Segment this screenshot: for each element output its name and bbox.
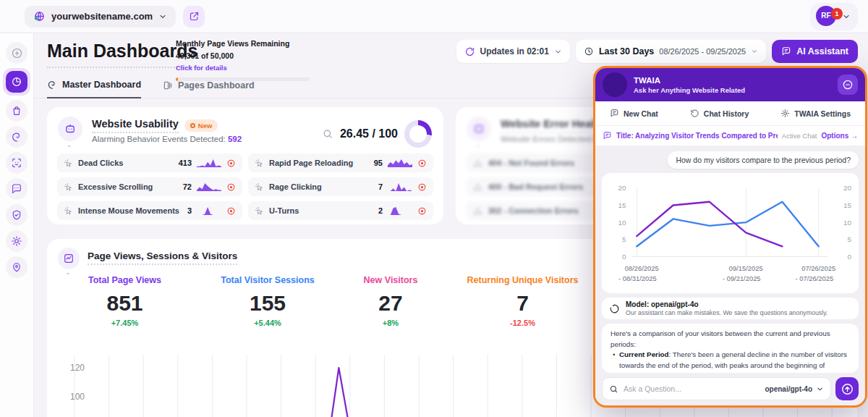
sidebar-item-recordings[interactable]	[6, 152, 27, 174]
stat-value: 27	[340, 291, 441, 316]
usability-subtitle-value: 592	[228, 135, 242, 143]
sidebar-item-dashboard[interactable]	[3, 68, 30, 96]
collapse-caret-icon[interactable]: ⌄	[65, 269, 71, 276]
metric-row[interactable]: Rage Clicking 7	[248, 177, 433, 196]
usability-title: Website Usability	[92, 118, 179, 133]
question-input-box: openai/gpt-4o	[602, 377, 831, 400]
error-subtitle-text: Website Errors Detected	[501, 135, 591, 143]
pages-icon	[163, 80, 173, 90]
period-range: 08/26/2025 - 09/25/2025	[659, 47, 746, 56]
error-row-label: 302 - Connection Errors	[488, 206, 579, 215]
usage-details-link[interactable]: Click for details	[176, 64, 227, 72]
gear-icon	[780, 109, 790, 118]
sidebar-item-add[interactable]	[6, 42, 27, 64]
minus-circle-icon	[842, 79, 854, 90]
tab-twaia-settings-label: TWAIA Settings	[794, 109, 851, 118]
tab-new-chat[interactable]: New Chat	[610, 109, 658, 118]
model-selector[interactable]: openai/gpt-4o	[765, 385, 824, 393]
magnifier-icon[interactable]	[322, 128, 333, 140]
map-pin-icon	[11, 261, 22, 273]
sparkline-chart	[388, 158, 412, 168]
metric-row[interactable]: Excessive Scrolling 72	[57, 177, 242, 196]
sidebar-item-security[interactable]	[6, 204, 27, 226]
svg-text:0: 0	[622, 253, 626, 261]
send-button[interactable]	[835, 377, 859, 400]
updates-label: Updates in 02:01	[480, 46, 549, 56]
svg-text:08/26/2025: 08/26/2025	[625, 265, 659, 272]
svg-text:20: 20	[618, 184, 626, 192]
notification-badge: 1	[831, 8, 843, 20]
sidebar-item-products[interactable]	[6, 100, 27, 122]
sidebar-item-chat[interactable]	[6, 178, 27, 200]
pageviews-title: Page Views, Sessions & Visitors	[88, 250, 237, 265]
gear-icon	[11, 235, 22, 247]
metric-row[interactable]: Dead Clicks 413	[57, 153, 242, 172]
chevron-down-icon	[842, 12, 851, 21]
metric-row[interactable]: U-Turns 2	[248, 201, 433, 220]
cursor-click-icon	[64, 159, 73, 168]
tab-chat-history[interactable]: Chat History	[690, 109, 749, 118]
metric-value: 2	[378, 206, 383, 215]
sidebar	[0, 33, 34, 417]
website-name: yourwebsitename.com	[51, 11, 153, 22]
metric-value: 72	[183, 182, 192, 191]
chat-options-link[interactable]: Options →	[821, 132, 858, 140]
record-status-icon	[226, 206, 236, 216]
svg-text:07/26/2025: 07/26/2025	[801, 265, 835, 272]
question-input[interactable]	[624, 384, 760, 393]
header-controls: Updates in 02:01 Last 30 Days 08/26/2025…	[456, 40, 858, 63]
svg-text:15: 15	[843, 201, 851, 209]
tab-chat-history-label: Chat History	[704, 109, 749, 118]
arrow-up-circle-icon	[841, 382, 854, 396]
assistant-response: Here's a comparison of your visitors bet…	[602, 324, 859, 373]
sidebar-item-sessions[interactable]	[6, 126, 27, 148]
sidebar-item-settings[interactable]	[6, 230, 27, 252]
date-range-picker[interactable]: Last 30 Days 08/26/2025 - 09/25/2025	[576, 40, 766, 63]
tab-twaia-settings[interactable]: TWAIA Settings	[780, 109, 851, 118]
alert-triangle-icon	[473, 159, 482, 168]
metric-value: 7	[378, 182, 383, 191]
search-icon	[609, 384, 618, 394]
tab-pages-label: Pages Dashboard	[178, 80, 255, 90]
stat-label: Total Page Views	[72, 275, 177, 285]
sparkline-chart	[197, 158, 221, 168]
usage-label: Monthly Page Views Remaining	[176, 39, 289, 48]
tab-new-chat-label: New Chat	[624, 109, 658, 118]
new-badge-label: New	[198, 122, 213, 130]
tab-master-dashboard[interactable]: Master Dashboard	[47, 80, 141, 98]
chat-title-icon	[603, 131, 612, 140]
stat-delta: +8%	[340, 319, 441, 327]
stat-label: Returning Unique Visitors	[448, 275, 597, 285]
metric-row[interactable]: Rapid Page Reloading 95	[248, 153, 433, 172]
svg-text:20: 20	[843, 184, 851, 192]
sparkline-chart	[388, 182, 412, 192]
sparkline-chart	[388, 206, 412, 216]
minimize-button[interactable]	[838, 75, 858, 95]
metric-label: Rage Clicking	[269, 182, 373, 191]
circle-plus-icon	[11, 47, 23, 59]
account-menu[interactable]: RF 1	[810, 3, 858, 30]
stat-total-visitor-sessions: Total Visitor Sessions 155 +5.44%	[203, 275, 333, 327]
tab-pages-dashboard[interactable]: Pages Dashboard	[163, 80, 255, 98]
sidebar-item-location[interactable]	[6, 256, 27, 278]
tab-master-label: Master Dashboard	[62, 80, 141, 90]
cursor-click-icon	[64, 206, 73, 216]
twaia-tagline: Ask her Anything Website Related	[634, 86, 745, 94]
model-title: Model: openai/gpt-4o	[626, 300, 827, 308]
pie-chart-icon	[11, 76, 22, 88]
bullet-lead: Current Period	[619, 350, 669, 358]
ai-assistant-button[interactable]: AI Assistant	[772, 40, 858, 63]
collapse-caret-icon[interactable]: ⌄	[67, 141, 72, 148]
robot-face-icon	[472, 122, 485, 135]
new-chat-icon	[610, 109, 619, 118]
open-site-button[interactable]	[183, 6, 205, 28]
svg-text:5: 5	[848, 235, 852, 243]
stat-value: 155	[203, 291, 333, 316]
error-row-label: 404 - Not Found Errors	[488, 159, 574, 167]
clock-icon	[584, 46, 594, 56]
collapse-caret-icon[interactable]: ⌄	[475, 141, 481, 148]
website-selector[interactable]: yourwebsitename.com	[25, 6, 176, 28]
updates-dropdown[interactable]: Updates in 02:01	[456, 40, 570, 63]
user-message-bubble: How do my visitors compare to the previo…	[668, 151, 859, 169]
metric-row[interactable]: Intense Mouse Movements 3	[57, 201, 242, 220]
